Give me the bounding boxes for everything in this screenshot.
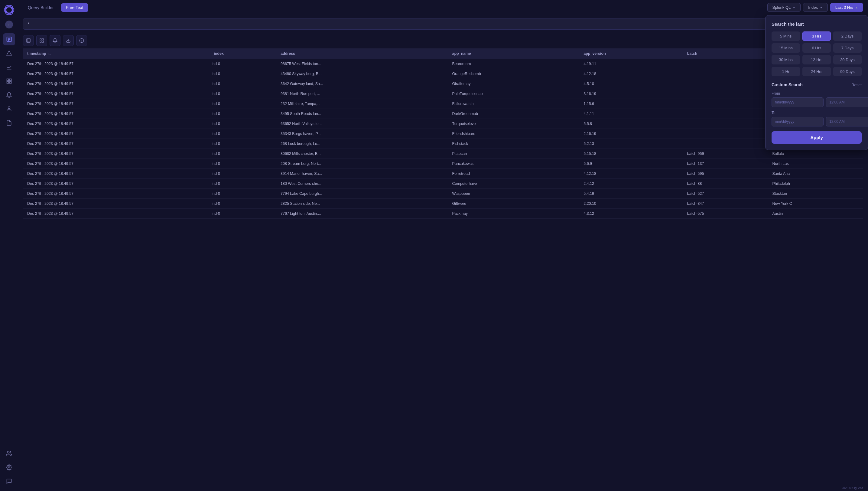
- sidebar-item-dashboard[interactable]: [3, 75, 15, 87]
- grid-view-btn[interactable]: [36, 35, 47, 46]
- svg-rect-21: [42, 39, 43, 40]
- table-cell: 5.15.18: [579, 149, 683, 159]
- sidebar-item-logs[interactable]: [3, 33, 15, 46]
- svg-rect-22: [40, 41, 41, 42]
- sidebar-item-settings[interactable]: [3, 461, 15, 473]
- table-cell: 4.1.11: [579, 109, 683, 119]
- from-time-input[interactable]: [826, 97, 868, 107]
- table-cell: 3642 Gateway land, Sa...: [276, 79, 448, 89]
- table-row[interactable]: Dec 27th, 2023 @ 18:49:57ind-07767 Light…: [23, 209, 863, 219]
- custom-search-label: Custom Search: [772, 82, 803, 87]
- time-option-7-days[interactable]: 7 Days: [833, 43, 862, 53]
- sidebar-item-chart[interactable]: [3, 61, 15, 73]
- from-date-input[interactable]: [772, 97, 824, 107]
- table-cell: Dec 27th, 2023 @ 18:49:57: [23, 119, 208, 129]
- table-row[interactable]: Dec 27th, 2023 @ 18:49:57ind-07794 Lake …: [23, 189, 863, 199]
- table-cell: batch-575: [683, 209, 768, 219]
- table-row[interactable]: Dec 27th, 2023 @ 18:49:57ind-080682 Mill…: [23, 149, 863, 159]
- sidebar-item-team[interactable]: [3, 447, 15, 460]
- table-row[interactable]: Dec 27th, 2023 @ 18:49:57ind-035343 Burg…: [23, 129, 863, 139]
- free-text-tab[interactable]: Free Text: [61, 3, 88, 12]
- table-cell: Dec 27th, 2023 @ 18:49:57: [23, 179, 208, 189]
- alert-create-btn[interactable]: [50, 35, 60, 46]
- table-cell: ind-0: [208, 89, 276, 99]
- time-range-label: Last 3 Hrs: [835, 5, 853, 10]
- col-app-version[interactable]: app_version: [579, 49, 683, 59]
- col-address[interactable]: address: [276, 49, 448, 59]
- table-cell: Dec 27th, 2023 @ 18:49:57: [23, 169, 208, 179]
- table-cell: 5.4.19: [579, 189, 683, 199]
- table-cell: Giftwere: [448, 199, 580, 209]
- apply-button[interactable]: Apply: [772, 131, 862, 144]
- table-cell: batch-137: [683, 159, 768, 169]
- time-option-1-hr[interactable]: 1 Hr: [772, 67, 800, 76]
- table-row[interactable]: Dec 27th, 2023 @ 18:49:57ind-03642 Gatew…: [23, 79, 863, 89]
- from-label: From: [772, 91, 862, 95]
- time-option-30-days[interactable]: 30 Days: [833, 55, 862, 64]
- table-cell: ind-0: [208, 209, 276, 219]
- table-row[interactable]: Dec 27th, 2023 @ 18:49:57ind-0208 Stream…: [23, 159, 863, 169]
- download-btn[interactable]: [63, 35, 74, 46]
- sidebar-item-graph[interactable]: [3, 47, 15, 59]
- table-cell: Platecan: [448, 149, 580, 159]
- table-cell: 208 Stream berg, Nort...: [276, 159, 448, 169]
- table-cell: ind-0: [208, 79, 276, 89]
- query-builder-tab[interactable]: Query Builder: [23, 3, 59, 12]
- time-option-30-mins[interactable]: 30 Mins: [772, 55, 800, 64]
- sidebar-item-reports[interactable]: [3, 117, 15, 129]
- time-option-12-hrs[interactable]: 12 Hrs: [802, 55, 831, 64]
- info-btn[interactable]: [76, 35, 87, 46]
- table-row[interactable]: Dec 27th, 2023 @ 18:49:57ind-098675 West…: [23, 59, 863, 69]
- table-cell: Dec 27th, 2023 @ 18:49:57: [23, 199, 208, 209]
- to-time-input[interactable]: [826, 117, 868, 126]
- splunk-ql-dropdown[interactable]: Splunk QL ▼: [767, 3, 801, 12]
- table-row[interactable]: Dec 27th, 2023 @ 18:49:57ind-02825 Stati…: [23, 199, 863, 209]
- table-cell: ind-0: [208, 69, 276, 79]
- table-cell: 35343 Burgs haven, P...: [276, 129, 448, 139]
- table-header-row: timestamp ↑↓ _index address app_name app…: [23, 49, 863, 59]
- sidebar-item-users[interactable]: [3, 103, 15, 115]
- reset-button[interactable]: Reset: [851, 83, 862, 87]
- table-row[interactable]: Dec 27th, 2023 @ 18:49:57ind-0268 Lock b…: [23, 139, 863, 149]
- time-panel-title: Search the last: [772, 22, 862, 27]
- time-option-5-mins[interactable]: 5 Mins: [772, 31, 800, 41]
- to-date-input[interactable]: [772, 117, 824, 126]
- time-option-24-hrs[interactable]: 24 Hrs: [802, 67, 831, 76]
- table-row[interactable]: Dec 27th, 2023 @ 18:49:57ind-0232 Mill s…: [23, 99, 863, 109]
- time-range-dropdown[interactable]: Last 3 Hrs ▲: [830, 3, 863, 12]
- col-timestamp[interactable]: timestamp ↑↓: [23, 49, 208, 59]
- sidebar-item-alerts[interactable]: [3, 89, 15, 101]
- table-cell: 4.3.12: [579, 209, 683, 219]
- sidebar: ›: [0, 0, 18, 491]
- col-index[interactable]: _index: [208, 49, 276, 59]
- svg-rect-20: [40, 39, 41, 40]
- table-cell: Waspbeen: [448, 189, 580, 199]
- table-row[interactable]: Dec 27th, 2023 @ 18:49:57ind-09381 North…: [23, 89, 863, 99]
- table-cell: 268 Lock borough, Lo...: [276, 139, 448, 149]
- time-option-6-hrs[interactable]: 6 Hrs: [802, 43, 831, 53]
- time-option-90-days[interactable]: 90 Days: [833, 67, 862, 76]
- table-cell: ind-0: [208, 199, 276, 209]
- sidebar-toggle[interactable]: ›: [5, 21, 13, 28]
- col-batch[interactable]: batch: [683, 49, 768, 59]
- table-row[interactable]: Dec 27th, 2023 @ 18:49:57ind-0180 West C…: [23, 179, 863, 189]
- table-row[interactable]: Dec 27th, 2023 @ 18:49:57ind-043480 Skyw…: [23, 69, 863, 79]
- col-app-name[interactable]: app_name: [448, 49, 580, 59]
- time-option-15-mins[interactable]: 15 Mins: [772, 43, 800, 53]
- table-row[interactable]: Dec 27th, 2023 @ 18:49:57ind-03914 Manor…: [23, 169, 863, 179]
- table-row[interactable]: Dec 27th, 2023 @ 18:49:57ind-03495 South…: [23, 109, 863, 119]
- table-view-btn[interactable]: [23, 35, 34, 46]
- time-option-2-days[interactable]: 2 Days: [833, 31, 862, 41]
- table-cell: [683, 59, 768, 69]
- sidebar-item-chat[interactable]: [3, 475, 15, 487]
- table-cell: 180 West Corners che...: [276, 179, 448, 189]
- search-input[interactable]: [23, 18, 863, 30]
- table-cell: ind-0: [208, 149, 276, 159]
- table-cell: ind-0: [208, 169, 276, 179]
- table-cell: [683, 119, 768, 129]
- table-row[interactable]: Dec 27th, 2023 @ 18:49:57ind-063652 Nort…: [23, 119, 863, 129]
- time-option-3-hrs[interactable]: 3 Hrs: [802, 31, 831, 41]
- table-cell: 98675 West Fields ton...: [276, 59, 448, 69]
- index-dropdown[interactable]: Index ▼: [803, 3, 828, 12]
- table-cell: [683, 129, 768, 139]
